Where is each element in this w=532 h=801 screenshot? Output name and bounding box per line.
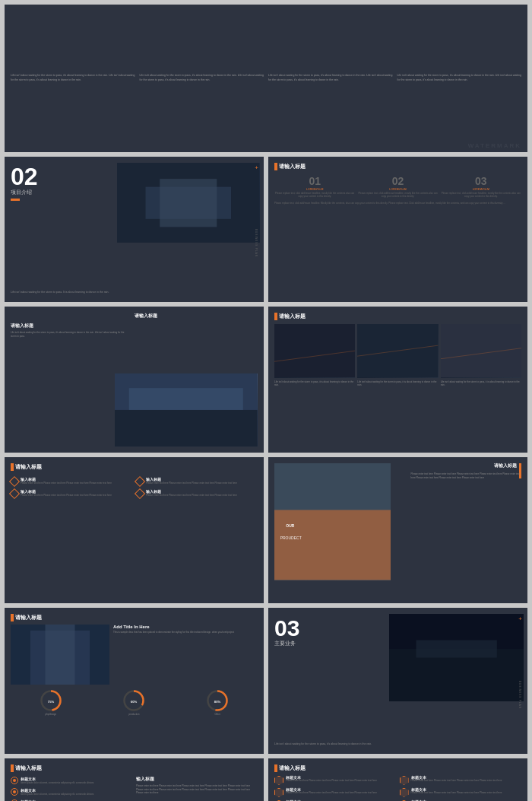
slide-4: 请输入标题 请输入标题 Life isn't about waiting for… [5,307,264,453]
circle-icon-2 [11,788,18,796]
desc-2: Life isn't about waiting for the storm t… [357,380,438,386]
orange-bar [274,163,277,170]
hex-icon-1 [274,776,283,785]
orange-bar [11,764,14,772]
header-text: 请输入标题 [279,163,306,170]
diamond-icon-2 [135,476,145,487]
diamond-icon-3 [9,488,20,499]
desc-3: Life isn't about waiting for the storm t… [441,380,521,386]
slide-number: 02 项目介绍 [11,164,38,201]
header-text: 请输入标题 [135,313,258,319]
desc-1: Life isn't about waiting for the storm t… [274,380,355,386]
num-item-2: 02 LOREM#%LM Please replace text, click … [357,175,438,198]
slide-title: Add Title In Here [113,625,258,629]
slide-8: 请输入标题 Add Title In Here This is sample d… [5,608,264,754]
slide-6: 请输入标题 输入标题 Please enter text here Please… [5,457,264,603]
svg-text:75%: 75% [48,700,55,704]
sub-header: 请输入标题 [11,323,101,329]
progress-3: 80% Other [177,689,258,716]
list-item-2: 标题文本 lorem ipsum dolor sit amet, consect… [11,788,132,796]
orange-bar [274,313,277,320]
slide-10: 请输入标题 标题文本 lorem ipsum dolor sit amet, c… [5,758,264,801]
num-item-1: 01 LOREM#%LM Please replace text, click … [274,175,355,198]
slide-desc: Life isn't about waiting for the storm t… [274,742,393,746]
right-text: Please enter text here Please enter text… [136,784,258,795]
header-text: 请输入标题 [15,764,42,772]
svg-rect-13 [274,510,391,580]
svg-rect-4 [115,410,258,447]
slide-11: 请输入标题 标题文本 Please enter text here Please… [268,758,527,801]
svg-rect-5 [129,388,243,410]
left-text: Life isn't about waiting for the storm t… [11,331,129,338]
slide-desc: This is sample desc that has been placed… [113,631,258,634]
svg-text:OUR: OUR [286,524,295,529]
city-image: + [117,163,260,243]
text-col-3: Life isn't about waiting for the storm t… [268,74,393,82]
text-col-1: Life isn't about waiting for the storm t… [11,74,135,82]
arch-image: OUR PROUDECT [274,463,391,580]
header-text: 请输入标题 [494,463,517,469]
slide-title: 主要业务 [274,640,299,647]
svg-rect-2 [160,179,217,227]
slide-desc: Life isn't about waiting for the storm t… [11,291,121,294]
img-3 [441,324,521,377]
hex-item-3: 标题文本 Please enter text here Please enter… [274,788,397,797]
orange-accent [11,199,20,201]
svg-text:80%: 80% [214,700,221,704]
side-text: BUSINESS PLAN [518,681,521,709]
slide-3: 请输入标题 01 LOREM#%LM Please replace text, … [268,157,527,303]
plus-icon: + [518,615,522,622]
svg-rect-30 [416,640,496,657]
svg-text:60%: 60% [131,700,138,704]
num-item-3: 03 LOREM#%LM Please replace text, click … [441,175,521,198]
icon-item-2: 输入标题 Please enter text here Please enter… [136,477,258,485]
plus-icon: + [255,164,258,171]
section-header: 请输入标题 [11,614,258,621]
hex-item-2: 标题文本 Please enter text here Please enter… [400,776,522,785]
hex-item-4: 标题文本 Please enter text here Please enter… [400,788,522,797]
text-col-2: Life isn't about waiting for the storm t… [140,74,264,82]
side-text: BUSINESS PLAN [255,229,258,257]
hex-icon-3 [274,788,283,797]
img-1 [274,324,355,377]
hex-icon-2 [400,776,409,785]
diamond-icon-1 [9,476,20,487]
header-text: 请输入标题 [279,313,306,320]
orange-bar [274,764,277,772]
svg-rect-10 [441,324,521,377]
orange-bar [11,614,14,621]
icon-item-1: 输入标题 Please enter text here Please enter… [11,477,132,485]
slide-9: 03 主要业务 + BUSINESS PLAN Life isn't about… [268,608,527,754]
footer-text: Please replace text, click add/reuse hea… [274,202,521,205]
sky-image [115,373,258,447]
svg-rect-6 [274,324,355,377]
section-header: 请输入标题 [274,313,521,320]
hex-item-1: 标题文本 Please enter text here Please enter… [274,776,397,785]
svg-text:PROUDECT: PROUDECT [280,536,302,540]
img-2 [357,324,438,377]
slide-2: 02 项目介绍 + BUSINESS PLAN Life isn't about… [5,157,264,303]
right-header: 输入标题 [136,777,258,782]
hex-icon-4 [400,788,409,797]
circle-icon-1 [11,777,18,784]
icon-item-3: 输入标题 Please enter text here Please enter… [11,489,132,497]
slide-grid: Life isn't about waiting for the storm t… [0,0,532,801]
header-text: 请输入标题 [279,764,306,772]
slide-5: 请输入标题 Life isn't about waiting for the s… [268,307,527,453]
slide-7: OUR PROUDECT 请输入标题 Please enter text her… [268,457,527,603]
product-desc: Please enter text here Please enter text… [411,472,521,479]
text-col-4: Life isn't about waiting for the storm t… [397,74,522,82]
bridge-image: + [389,614,524,701]
building-image [11,625,109,685]
section-header: 请输入标题 [11,463,258,471]
progress-1: 75% php/design [11,689,91,716]
orange-bar [11,463,14,471]
section-header: 请输入标题 [11,764,258,772]
icon-item-4: 输入标题 Please enter text here Please enter… [136,489,258,497]
slide-number: 03 主要业务 [274,617,299,647]
header-text: 请输入标题 [15,463,42,471]
diamond-icon-4 [135,488,145,499]
progress-2: 60% production [94,689,175,716]
slide-1: Life isn't about waiting for the storm t… [5,5,527,152]
section-header: 请输入标题 [274,764,521,772]
